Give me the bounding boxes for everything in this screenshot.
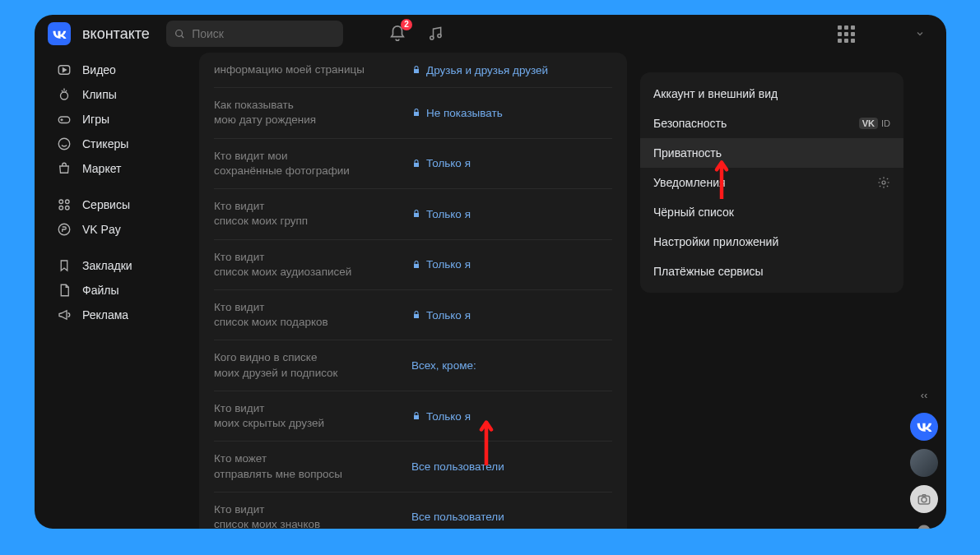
sidebar-item-label: Стикеры — [82, 137, 128, 150]
games-icon — [56, 111, 72, 127]
notification-badge: 2 — [401, 19, 412, 30]
sidebar-item-label: Игры — [82, 113, 109, 126]
vkid-badge: VK ID — [859, 118, 890, 129]
settings-menu-item[interactable]: Аккаунт и внешний вид — [640, 79, 903, 109]
app-window: вконтакте 2 Видео — [35, 15, 946, 529]
privacy-label: Кто видитсписок моих аудиозаписей — [214, 250, 411, 280]
sidebar-item-label: Сервисы — [82, 198, 130, 211]
privacy-row: Кто видитсписок моих значковВсе пользова… — [214, 493, 612, 529]
notifications-button[interactable]: 2 — [384, 21, 411, 47]
sidebar-item-games[interactable]: Игры — [49, 107, 193, 132]
svg-point-2 — [438, 34, 441, 37]
sidebar-item-ads[interactable]: Реклама — [49, 303, 193, 327]
search-icon — [174, 28, 185, 40]
vk-icon — [916, 422, 932, 432]
svg-point-8 — [66, 200, 70, 204]
avatar-widget[interactable] — [910, 449, 938, 477]
privacy-row: Как показыватьмою дату рождения Не показ… — [214, 88, 612, 138]
privacy-value[interactable]: Только я — [411, 309, 471, 321]
lock-icon — [411, 260, 421, 270]
music-icon — [427, 25, 444, 42]
lock-icon — [411, 209, 421, 219]
svg-point-12 — [882, 181, 885, 184]
sidebar-item-label: Реклама — [82, 308, 128, 321]
chat-widget[interactable] — [916, 523, 932, 529]
svg-point-1 — [430, 36, 434, 39]
privacy-value[interactable]: Только я — [411, 410, 471, 423]
camera-icon — [917, 492, 931, 506]
bookmark-icon — [56, 257, 72, 274]
sidebar-item-label: Файлы — [82, 284, 118, 297]
vk-logo[interactable] — [48, 22, 71, 45]
settings-menu-item[interactable]: Приватность — [640, 138, 903, 168]
privacy-value[interactable]: Только я — [411, 157, 471, 169]
privacy-label: информацию моей страницы — [214, 62, 411, 77]
apps-grid-icon — [838, 25, 855, 43]
privacy-value[interactable]: Только я — [411, 258, 471, 271]
sidebar-item-market[interactable]: Маркет — [49, 156, 193, 181]
privacy-label: Как показыватьмою дату рождения — [214, 98, 411, 127]
sidebar-item-label: Закладки — [82, 259, 132, 272]
sidebar-item-video[interactable]: Видео — [49, 58, 193, 82]
privacy-value[interactable]: Друзья и друзья друзей — [411, 64, 548, 76]
sidebar-item-bookmarks[interactable]: Закладки — [49, 253, 193, 278]
brand-name[interactable]: вконтакте — [82, 25, 150, 43]
left-sidebar: Видео Клипы Игры Стикеры Маркет Сервис — [35, 53, 199, 529]
sidebar-item-files[interactable]: Файлы — [49, 278, 193, 303]
svg-point-4 — [61, 92, 68, 99]
sidebar-item-clips[interactable]: Клипы — [49, 82, 193, 107]
privacy-row: информацию моей страницы Друзья и друзья… — [214, 59, 612, 88]
settings-menu-label: Уведомления — [653, 176, 726, 189]
svg-point-14 — [922, 497, 927, 502]
settings-menu-item[interactable]: Настройки приложений — [640, 227, 903, 257]
vk-logo-icon — [52, 30, 67, 39]
market-icon — [56, 160, 72, 177]
vk-widget[interactable] — [910, 413, 938, 441]
privacy-label: Кто видитсписок моих значков — [214, 502, 411, 529]
privacy-value[interactable]: Все пользователи — [411, 460, 504, 473]
lock-icon — [411, 65, 421, 75]
search-box[interactable] — [166, 21, 343, 47]
privacy-label: Кто видит моисохранённые фотографии — [214, 149, 411, 178]
sidebar-item-vkpay[interactable]: VK Pay — [49, 217, 193, 242]
lock-icon — [411, 310, 421, 320]
privacy-label: Кто видитсписок моих групп — [214, 199, 411, 229]
privacy-label: Кто видитсписок моих подарков — [214, 300, 411, 330]
apps-button[interactable] — [833, 21, 859, 47]
gear-icon — [877, 176, 890, 189]
sidebar-item-label: Видео — [82, 63, 116, 76]
settings-menu-label: Аккаунт и внешний вид — [653, 87, 778, 100]
svg-point-10 — [66, 206, 70, 210]
sidebar-item-label: Маркет — [82, 162, 121, 175]
search-input[interactable] — [192, 27, 335, 40]
camera-widget[interactable] — [910, 485, 938, 513]
privacy-value[interactable]: Все пользователи — [411, 511, 504, 523]
chevron-down-icon — [915, 29, 925, 39]
settings-menu-item[interactable]: БезопасностьVK ID — [640, 109, 903, 138]
settings-menu-label: Безопасность — [653, 117, 727, 130]
privacy-label: Кто можетотправлять мне вопросы — [214, 451, 411, 481]
privacy-panel: информацию моей страницы Друзья и друзья… — [199, 53, 627, 529]
lock-icon — [411, 108, 421, 118]
privacy-value[interactable]: Всех, кроме: — [411, 359, 476, 372]
settings-menu-item[interactable]: Платёжные сервисы — [640, 257, 903, 286]
privacy-row: Кого видно в спискемоих друзей и подписо… — [214, 340, 612, 391]
lock-icon — [411, 159, 421, 169]
svg-point-9 — [59, 206, 63, 210]
music-button[interactable] — [422, 21, 448, 47]
sidebar-item-services[interactable]: Сервисы — [49, 192, 193, 217]
svg-point-0 — [175, 30, 182, 36]
privacy-value[interactable]: Только я — [411, 208, 471, 220]
collapse-widgets[interactable]: ‹‹ — [921, 389, 928, 401]
profile-dropdown[interactable] — [907, 21, 933, 47]
settings-menu-item[interactable]: Чёрный список — [640, 197, 903, 227]
settings-menu-item[interactable]: Уведомления — [640, 168, 903, 197]
settings-menu-label: Приватность — [653, 146, 722, 160]
privacy-value[interactable]: Не показывать — [411, 107, 503, 119]
stickers-icon — [56, 136, 72, 152]
services-icon — [56, 197, 72, 213]
vkpay-icon — [56, 221, 72, 238]
sidebar-item-label: VK Pay — [82, 223, 121, 236]
sidebar-item-stickers[interactable]: Стикеры — [49, 132, 193, 156]
svg-point-7 — [59, 200, 63, 204]
